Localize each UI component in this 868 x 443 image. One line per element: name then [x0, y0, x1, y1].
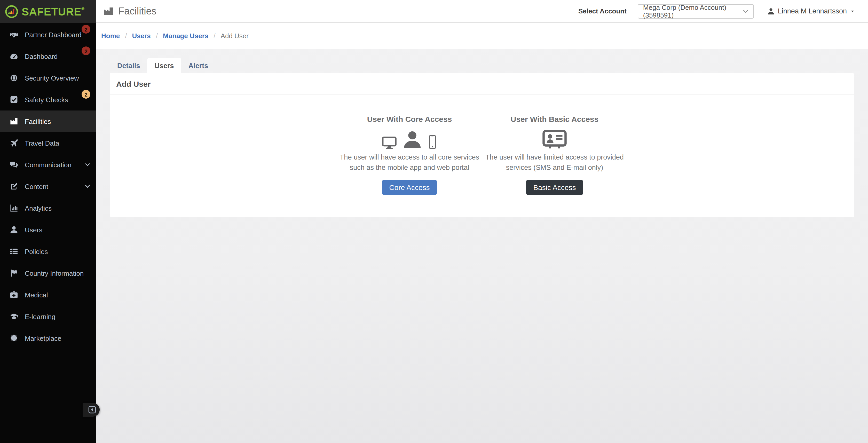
bar-chart-icon — [10, 204, 18, 212]
sidebar: SAFETURE® Partner Dashboard2Dashboard2Se… — [0, 0, 96, 443]
graduation-cap-icon — [10, 312, 18, 321]
flag-icon — [10, 269, 18, 277]
sidebar-item-label: Policies — [25, 248, 48, 255]
caret-down-icon — [850, 9, 855, 13]
sidebar-item-label: Medical — [25, 291, 48, 299]
option-description: The user will have limited access to pro… — [482, 152, 627, 173]
breadcrumb-separator: / — [125, 32, 127, 40]
user-menu[interactable]: Linnea M Lennartsson — [768, 7, 855, 15]
safeture-logo-icon — [5, 4, 19, 18]
mobile-icon — [428, 135, 437, 149]
sidebar-item-label: Country Information — [25, 269, 84, 277]
sidebar-item-label: Content — [25, 183, 48, 190]
factory-icon — [103, 6, 114, 16]
plane-icon — [10, 139, 18, 147]
option-card-user-with-basic-access: User With Basic AccessThe user will have… — [482, 115, 627, 195]
sidebar-item-travel-data[interactable]: Travel Data — [0, 132, 96, 154]
sidebar-item-e-learning[interactable]: E-learning — [0, 306, 96, 327]
edit-icon — [10, 182, 18, 191]
tab-alerts[interactable]: Alerts — [181, 58, 216, 73]
breadcrumb-manage-users[interactable]: Manage Users — [163, 32, 208, 40]
topbar-right: Select Account Mega Corp (Demo Account) … — [578, 4, 855, 18]
basic-access-button[interactable]: Basic Access — [526, 180, 583, 195]
brand-logo[interactable]: SAFETURE® — [0, 0, 96, 23]
chevron-down-icon — [85, 162, 90, 167]
breadcrumb: Home/Users/Manage Users/Add User — [101, 32, 249, 40]
option-title: User With Core Access — [337, 115, 482, 123]
breadcrumb-add-user: Add User — [221, 32, 249, 40]
tab-details[interactable]: Details — [110, 58, 148, 73]
tab-bar: DetailsUsersAlerts — [110, 58, 854, 73]
sidebar-item-dashboard[interactable]: Dashboard2 — [0, 45, 96, 67]
sidebar-item-label: Communication — [25, 161, 71, 168]
sidebar-item-partner-dashboard[interactable]: Partner Dashboard2 — [0, 24, 96, 45]
sidebar-item-label: Facilities — [25, 118, 51, 125]
sidebar-item-marketplace[interactable]: Marketplace — [0, 327, 96, 349]
user-icon — [10, 226, 18, 234]
sidebar-item-country-information[interactable]: Country Information — [0, 262, 96, 284]
notification-badge: 2 — [82, 90, 90, 99]
sidebar-item-label: Analytics — [25, 204, 52, 212]
core-access-button[interactable]: Core Access — [382, 180, 437, 195]
notification-badge: 2 — [82, 46, 90, 55]
panel-title: Add User — [110, 73, 854, 95]
registered-mark: ® — [81, 6, 85, 11]
page-title: Facilities — [103, 5, 156, 17]
option-card-user-with-core-access: User With Core AccessThe user will have … — [337, 115, 482, 195]
puzzle-icon — [10, 334, 18, 342]
sidebar-item-label: Marketplace — [25, 334, 61, 342]
desktop-icon — [382, 136, 397, 149]
user-avatar-icon — [768, 7, 775, 15]
sidebar-item-label: Users — [25, 226, 42, 234]
caret-square-left-icon — [88, 406, 96, 414]
sidebar-item-label: Safety Checks — [25, 96, 68, 103]
option-description: The user will have access to all core se… — [337, 152, 482, 173]
page-body: DetailsUsersAlerts Add User User With Co… — [96, 49, 868, 217]
globe-icon — [10, 74, 18, 82]
sidebar-item-users[interactable]: Users — [0, 219, 96, 241]
page-title-label: Facilities — [118, 5, 156, 17]
sidebar-item-safety-checks[interactable]: Safety Checks2 — [0, 89, 96, 110]
account-select[interactable]: Mega Corp (Demo Account) (3598591) — [638, 4, 754, 18]
sidebar-item-facilities[interactable]: Facilities — [0, 110, 96, 132]
option-title: User With Basic Access — [482, 115, 627, 123]
sidebar-item-communication[interactable]: Communication — [0, 154, 96, 176]
check-square-icon — [10, 96, 18, 104]
option-icons — [337, 129, 482, 149]
breadcrumb-band: Home/Users/Manage Users/Add User — [96, 23, 868, 49]
top-bar: Facilities Select Account Mega Corp (Dem… — [96, 0, 868, 23]
sidebar-item-label: Travel Data — [25, 139, 59, 147]
sidebar-item-security-overview[interactable]: Security Overview — [0, 67, 96, 89]
sidebar-item-label: Dashboard — [25, 53, 58, 60]
breadcrumb-separator: / — [214, 32, 215, 40]
notification-badge: 2 — [82, 25, 90, 34]
tab-users[interactable]: Users — [148, 58, 181, 73]
handshake-icon — [10, 30, 18, 39]
sidebar-item-policies[interactable]: Policies — [0, 241, 96, 262]
medkit-icon — [10, 291, 18, 299]
gauge-icon — [10, 52, 18, 60]
brand-name: SAFETURE® — [22, 6, 85, 17]
breadcrumb-users[interactable]: Users — [132, 32, 151, 40]
sidebar-item-label: Security Overview — [25, 74, 79, 82]
sidebar-item-content[interactable]: Content — [0, 176, 96, 197]
person-icon — [403, 130, 422, 149]
sidebar-collapse-button[interactable] — [83, 403, 100, 417]
sidebar-item-label: E-learning — [25, 313, 56, 320]
id-card-icon — [542, 129, 567, 149]
select-account-label: Select Account — [578, 7, 627, 15]
sidebar-item-medical[interactable]: Medical — [0, 284, 96, 306]
sidebar-item-analytics[interactable]: Analytics — [0, 197, 96, 219]
comments-icon — [10, 161, 18, 169]
list-icon — [10, 247, 18, 256]
chevron-down-icon — [85, 184, 90, 189]
option-icons — [482, 129, 627, 149]
user-name: Linnea M Lennartsson — [778, 7, 847, 15]
breadcrumb-home[interactable]: Home — [101, 32, 120, 40]
sidebar-item-label: Partner Dashboard — [25, 31, 82, 38]
app-window: SAFETURE® Partner Dashboard2Dashboard2Se… — [0, 0, 868, 443]
sidebar-nav: Partner Dashboard2Dashboard2Security Ove… — [0, 23, 96, 349]
account-select-value: Mega Corp (Demo Account) (3598591) — [643, 3, 740, 19]
chevron-down-icon — [743, 8, 749, 14]
breadcrumb-separator: / — [156, 32, 158, 40]
